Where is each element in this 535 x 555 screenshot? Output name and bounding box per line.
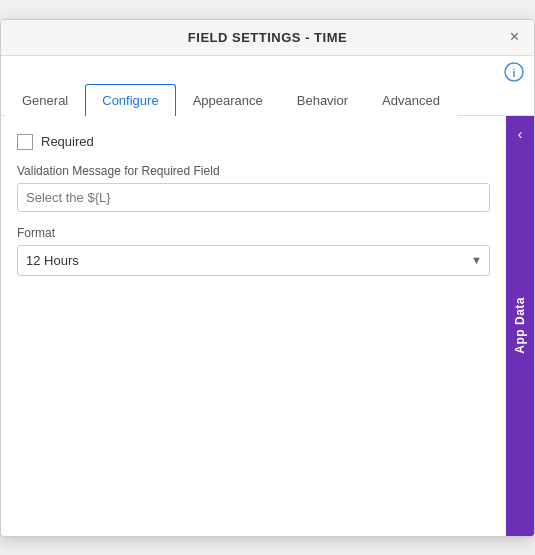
format-select-wrapper: 12 Hours 24 Hours ▼ bbox=[17, 245, 490, 276]
tab-behavior[interactable]: Behavior bbox=[280, 84, 365, 116]
format-label: Format bbox=[17, 226, 490, 240]
format-select[interactable]: 12 Hours 24 Hours bbox=[17, 245, 490, 276]
info-icon-row: i bbox=[1, 56, 534, 84]
chevron-left-icon: ‹ bbox=[518, 126, 523, 142]
tabs-bar: General Configure Appearance Behavior Ad… bbox=[1, 84, 534, 116]
close-button[interactable]: × bbox=[505, 27, 524, 47]
dialog-title: FIELD SETTINGS - TIME bbox=[188, 30, 347, 45]
required-row: Required bbox=[17, 134, 490, 150]
field-settings-dialog: FIELD SETTINGS - TIME × i General Config… bbox=[0, 19, 535, 537]
app-data-label: App Data bbox=[513, 297, 527, 354]
dialog-header: FIELD SETTINGS - TIME × bbox=[1, 20, 534, 56]
validation-label: Validation Message for Required Field bbox=[17, 164, 490, 178]
tab-configure[interactable]: Configure bbox=[85, 84, 175, 116]
required-label: Required bbox=[41, 134, 94, 149]
app-data-panel[interactable]: ‹ App Data bbox=[506, 116, 534, 536]
tab-general[interactable]: General bbox=[5, 84, 85, 116]
validation-input[interactable] bbox=[17, 183, 490, 212]
dialog-body: Required Validation Message for Required… bbox=[1, 116, 534, 536]
tab-appearance[interactable]: Appearance bbox=[176, 84, 280, 116]
info-icon[interactable]: i bbox=[504, 62, 524, 82]
tab-advanced[interactable]: Advanced bbox=[365, 84, 457, 116]
svg-text:i: i bbox=[512, 66, 515, 78]
required-checkbox[interactable] bbox=[17, 134, 33, 150]
configure-panel: Required Validation Message for Required… bbox=[1, 116, 506, 536]
